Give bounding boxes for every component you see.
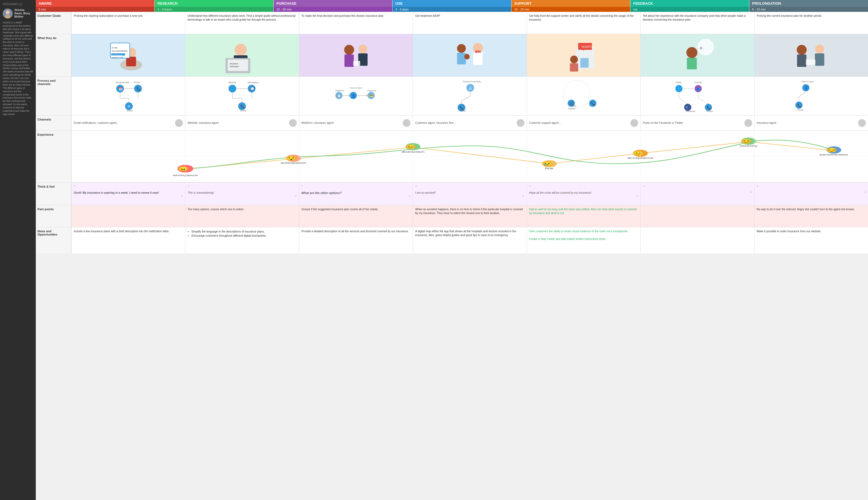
experience-chart-svg: 😠 annoyance 😯 anticipation 😊 distraction (71, 131, 868, 182)
svg-text:😯: 😯 (285, 156, 297, 161)
svg-text:👤: 👤 (351, 93, 356, 98)
svg-text:📞: 📞 (460, 106, 464, 110)
goals-cell-use: Get treatment ASAP (413, 12, 527, 34)
goals-cell-support: Get help from the support center and cla… (527, 12, 641, 34)
svg-rect-52 (806, 59, 815, 65)
ideas-use: A digital map within the app that shows … (413, 227, 527, 253)
experience-chart-area: 😠 annoyance 😯 anticipation 😊 distraction (71, 131, 868, 182)
phase-use: USE 2 - 3 days (393, 0, 511, 12)
channel-use: Customer agent, insurance firm... (413, 116, 527, 130)
illus-research: Insurance Tariff plans (185, 34, 299, 77)
svg-text:📞: 📞 (137, 87, 141, 91)
ideas-row: Ideas and Opportunities Include a few in… (36, 227, 868, 253)
channel-prolongation-text: Insurance agent (757, 121, 777, 125)
svg-point-48 (797, 45, 807, 55)
customer-goals-row: Customer Goals Prolong the expiring subs… (36, 12, 868, 34)
thinkfeel-support-text: Hope all the costs will be covered by my… (529, 191, 638, 195)
process-prolongation: Face to face 👤 📞 Phone (755, 77, 868, 115)
svg-text:Friends: Friends (695, 81, 702, 84)
svg-text:Phone: Phone (707, 110, 713, 112)
channel-avatar-aware (175, 119, 183, 127)
svg-text:pensiveness: pensiveness (820, 153, 848, 156)
ideas-label: Ideas and Opportunities (36, 227, 71, 253)
quote-open-feedback: " (643, 185, 752, 190)
phase-feedback: FEEDBACK n/a (630, 0, 749, 12)
phase-use-name: USE (393, 0, 511, 7)
pain-aware (71, 205, 185, 227)
svg-text:Phone: Phone (134, 81, 140, 84)
svg-text:serenity: serenity (740, 145, 758, 147)
svg-line-117 (679, 98, 688, 104)
think-feel-cells: " Gosh! My insurance is expiring in a we… (71, 183, 868, 205)
svg-text:+: + (582, 48, 584, 52)
svg-text:👤: 👤 (804, 86, 808, 90)
svg-point-27 (457, 44, 466, 53)
process-purchase-svg: Webform 📋 Face to face 👤 Payment 💳 (302, 79, 410, 112)
svg-text:Payment: Payment (368, 89, 376, 92)
svg-text:😠: 😠 (178, 166, 189, 172)
process-support: Support request 🎧 Phone 📞 (527, 77, 641, 115)
svg-text:from INSURANCE: from INSURANCE (112, 50, 128, 52)
svg-text:Messaging: Messaging (248, 81, 259, 84)
pain-support: Had to wait for too long until the claim… (527, 205, 641, 227)
ideas-research: Simplify the language in the description… (185, 227, 299, 253)
svg-text:💬: 💬 (250, 87, 255, 91)
phase-support: SUPPORT 10 - 20 min (511, 0, 630, 12)
channel-avatar-support (630, 119, 638, 127)
svg-text:Website: Website (228, 81, 236, 84)
channel-aware: Email notifications, customer agent... (71, 116, 185, 130)
illustration-purchase-svg (300, 37, 412, 73)
svg-line-122 (698, 98, 708, 104)
channel-support: Customer support agent... (527, 116, 641, 130)
svg-text:😐: 😐 (633, 151, 644, 156)
thinkfeel-prolongation: " " (755, 183, 868, 205)
svg-point-1 (6, 10, 10, 14)
phase-support-time: 10 - 20 min (511, 7, 630, 12)
phase-research-name: RESEARCH (155, 0, 273, 7)
svg-point-33 (464, 54, 470, 59)
svg-text:request: request (568, 107, 575, 110)
svg-text:🖨: 🖨 (469, 86, 472, 90)
process-feedback-svg: Twitter 🐦 Friends 👥 f Facebook (643, 79, 752, 112)
process-research: Website Messaging 🌐 💬 📞 Phone (185, 77, 299, 115)
thinkfeel-research-text: This is overwhelming! (188, 191, 296, 195)
channel-aware-text: Email notifications, customer agent... (74, 121, 119, 125)
process-support-svg: Support request 🎧 Phone 📞 (529, 79, 638, 112)
thinkfeel-feedback: " " (641, 183, 754, 205)
svg-text:Face to face: Face to face (802, 80, 814, 83)
phase-support-name: SUPPORT (511, 0, 630, 7)
channel-support-text: Customer support agent... (529, 121, 561, 125)
svg-rect-25 (353, 61, 360, 66)
experience-row: Experience 😠 annoyance (36, 131, 868, 183)
quote-close-research: " (188, 195, 296, 200)
pain-points-cells: Too many options, unsure which one to se… (71, 205, 868, 227)
ideas-support-text: Give customers the ability to share visu… (529, 230, 629, 233)
svg-text:✉: ✉ (127, 105, 130, 109)
ideas-feedback (641, 227, 754, 253)
personas-header: PERSONAS (1) (3, 3, 33, 6)
svg-rect-47 (789, 37, 833, 73)
ideas-cells: Include a few insurance plans with a bri… (71, 227, 868, 253)
svg-text:💳: 💳 (370, 93, 374, 98)
ideas-research-list: Simplify the language in the description… (188, 229, 296, 238)
pain-points-row: Pain points Too many options, unsure whi… (36, 205, 868, 227)
svg-point-40 (570, 56, 578, 63)
svg-point-14 (235, 44, 247, 56)
goals-cell-feedback: Tell about her experience with the insur… (641, 12, 754, 34)
quote-open-support: " (529, 185, 638, 190)
illustration-feedback-svg: 思... (642, 37, 753, 73)
process-aware-svg: Renewal date Phone 📅 📞 ✉ Email (74, 79, 183, 112)
svg-text:📞: 📞 (591, 101, 595, 105)
channel-research-text: Website, insurance agent (188, 121, 218, 125)
persona-card[interactable]: Victoria Sauer, Busy Mother (3, 9, 33, 19)
goals-cell-research: Understand how different insurance plans… (185, 12, 299, 34)
svg-point-50 (815, 45, 824, 53)
channel-use-text: Customer agent, insurance firm... (415, 121, 456, 125)
svg-text:📋: 📋 (337, 94, 341, 98)
quote-close-aware: " (74, 195, 183, 200)
svg-text:📞: 📞 (707, 105, 711, 110)
illus-use: DOCTOR (413, 34, 527, 77)
svg-text:Printed Production: Printed Production (463, 80, 481, 83)
illustration-support-svg: HOSPITAL + (528, 37, 639, 73)
illus-feedback: 思... (641, 34, 754, 77)
